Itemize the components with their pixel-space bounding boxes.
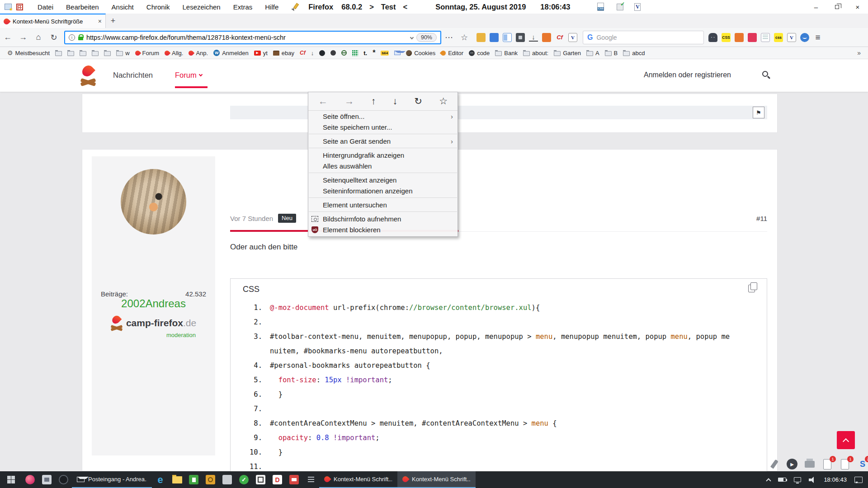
tab-kontext-menu[interactable]: Kontext-Menü Schriftgröße × (0, 14, 106, 28)
notifications-icon[interactable] (854, 477, 863, 483)
downloads-icon[interactable]: ↓ (529, 33, 538, 42)
sheets-app-icon[interactable] (302, 471, 319, 488)
menu-lesezeichen[interactable]: Lesezeichen (176, 3, 226, 11)
site-search-icon[interactable] (762, 71, 768, 77)
bookmark-item-yt[interactable]: yt (251, 47, 270, 59)
bookmark-item[interactable] (308, 47, 317, 59)
notes-pencil-icon[interactable] (291, 3, 298, 10)
notes-extension-icon[interactable] (761, 33, 770, 42)
photos-app-icon[interactable] (38, 471, 55, 488)
bookmark-item[interactable] (370, 47, 378, 59)
search-bar[interactable]: G (583, 31, 704, 44)
post-number-link[interactable]: #11 (756, 215, 767, 222)
camera-app-icon[interactable] (55, 471, 72, 488)
bookmark-item[interactable] (101, 47, 113, 59)
battery-icon[interactable] (778, 478, 786, 482)
url-bar[interactable]: i https://www.camp-firefox.de/forum/them… (64, 31, 441, 44)
css-extension-icon[interactable]: CSS (722, 33, 731, 42)
bookmarks-overflow-icon[interactable]: » (854, 49, 863, 56)
printer-icon[interactable] (804, 458, 816, 470)
mask-extension-icon[interactable] (708, 33, 717, 42)
login-link[interactable]: Anmelden oder registrieren (644, 71, 731, 79)
paintbrush-icon[interactable] (769, 458, 780, 470)
bookmark-item[interactable] (392, 47, 403, 59)
restore-button[interactable] (826, 0, 847, 14)
menu-chronik[interactable]: Chronik (140, 3, 176, 11)
home-button[interactable]: ⌂ (31, 33, 46, 42)
bookmark-item-forum[interactable]: Forum (132, 47, 162, 59)
bookmark-item[interactable] (89, 47, 101, 59)
camp-firefox-logo[interactable] (80, 65, 96, 86)
bookmark-item[interactable] (52, 47, 65, 59)
down-icon[interactable]: ↓ (392, 96, 397, 107)
session-manager-icon[interactable] (5, 4, 12, 10)
calc-check-icon[interactable] (617, 4, 623, 10)
green-doc-icon[interactable] (185, 471, 202, 488)
new-tab-button[interactable]: + (106, 14, 120, 28)
speaker-icon[interactable] (809, 477, 816, 483)
menu-bearbeiten[interactable]: Bearbeiten (60, 3, 105, 11)
username-link[interactable]: 2002Andreas (92, 297, 215, 310)
forward-button[interactable]: → (15, 33, 31, 42)
play-icon[interactable]: ▶ (786, 458, 798, 470)
avatar[interactable] (121, 169, 186, 235)
bookmark-item-editor[interactable]: Editor (438, 47, 466, 59)
clipboard-icon[interactable]: 1 (821, 458, 833, 470)
report-flag-button[interactable]: ⚑ (753, 107, 764, 118)
orange-extension-icon[interactable] (542, 33, 551, 42)
red-extension-icon[interactable] (748, 33, 757, 42)
context-menu-item-3[interactable]: Seite an Gerät senden› (308, 136, 458, 146)
bookmark-star-icon[interactable]: ☆ (439, 96, 448, 107)
clipboard-icon-2[interactable]: 1 (839, 458, 851, 470)
orange2-extension-icon[interactable] (735, 33, 744, 42)
white-app-icon[interactable] (252, 471, 269, 488)
context-menu-item-1[interactable]: Seite speichern unter... (308, 122, 458, 132)
context-menu-item-8[interactable]: Seitenquelltext anzeigen (308, 174, 458, 185)
site-info-icon[interactable]: i (69, 34, 75, 41)
tab-close-icon[interactable]: × (98, 18, 102, 25)
bookmark-item-a[interactable]: A (584, 47, 602, 59)
cf-extension-icon[interactable]: Cf (555, 33, 564, 42)
taskbar-clock[interactable]: 18:06:43 (824, 476, 847, 483)
remote-desktop-icon[interactable] (286, 471, 302, 488)
calendar-icon[interactable] (16, 4, 23, 10)
close-button[interactable]: × (847, 0, 868, 14)
bookmark-item[interactable] (349, 47, 361, 59)
context-menu-item-9[interactable]: Seiteninformationen anzeigen (308, 185, 458, 196)
scroll-to-top-button[interactable] (837, 431, 855, 449)
post-timestamp[interactable]: Vor 7 Stunden (230, 215, 273, 222)
taskbar-window-mail[interactable]: Posteingang - Andrea... (72, 471, 152, 488)
bookmark-item-bank[interactable]: Bank (492, 47, 520, 59)
menu-hamburger-icon[interactable]: ≡ (813, 33, 822, 42)
bookmark-item-anmelden[interactable]: Anmelden (211, 47, 251, 59)
context-menu-item-11[interactable]: Element untersuchen (308, 199, 458, 210)
library-folder-icon[interactable] (476, 33, 486, 42)
bookmark-item-about[interactable]: about: (520, 47, 551, 59)
menu-datei[interactable]: Datei (31, 3, 60, 11)
network-monitor-icon[interactable] (794, 477, 801, 482)
page-actions-button[interactable]: ⋯ (441, 33, 457, 42)
bookmark-item-ebay[interactable]: ebay (270, 47, 297, 59)
bookmark-item[interactable] (339, 47, 349, 59)
bookmark-item-garten[interactable]: Garten (551, 47, 584, 59)
reload-icon[interactable]: ↻ (414, 96, 422, 107)
up-icon[interactable]: ↑ (371, 96, 376, 107)
bookmark-item[interactable] (378, 47, 392, 59)
search-input[interactable] (596, 34, 699, 41)
blue-folder-icon[interactable] (490, 33, 499, 42)
edge-icon[interactable]: e (152, 471, 169, 488)
bookmark-item-w[interactable]: w (113, 47, 132, 59)
hidden-icons-chevron[interactable] (766, 478, 771, 483)
d-app-icon[interactable] (269, 471, 286, 488)
bookmark-item[interactable] (316, 47, 328, 59)
nav-nachrichten-link[interactable]: Nachrichten (113, 71, 153, 80)
colorful-app-icon[interactable] (22, 471, 38, 488)
taskbar-window-firefox-1[interactable]: Kontext-Menü Schrift... (319, 471, 397, 488)
sidebar-icon[interactable] (503, 33, 512, 42)
minimize-button[interactable]: – (806, 0, 826, 14)
url-dropdown-icon[interactable] (410, 35, 414, 39)
url-text[interactable]: https://www.camp-firefox.de/forum/thema/… (86, 34, 407, 41)
taskbar-window-firefox-2[interactable]: Kontext-Menü Schrift... (397, 471, 476, 488)
bookmark-item-b[interactable]: B (602, 47, 621, 59)
bookmark-item-anp[interactable]: Anp. (186, 47, 211, 59)
